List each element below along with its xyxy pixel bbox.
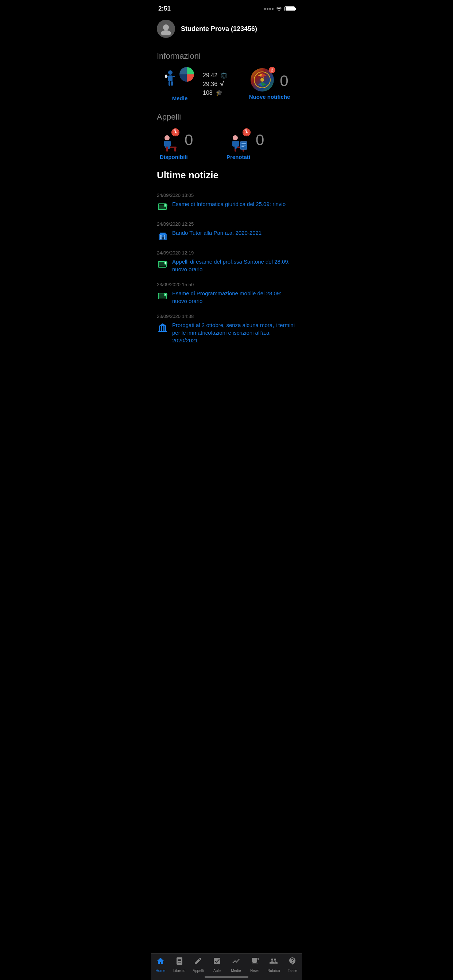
svg-rect-8: [171, 81, 173, 86]
notifiche-count: 0: [280, 72, 288, 90]
list-item[interactable]: 23/09/2020 15:50 Esame di Programmazione…: [157, 277, 296, 309]
avatar-icon: [160, 22, 172, 35]
svg-rect-51: [164, 235, 165, 237]
news-timestamp: 23/09/2020 15:50: [157, 282, 296, 287]
info-grid: Medie 29.42 ⚖️ 29.36 √ 108 🎓: [157, 67, 296, 101]
header-title: Studente Prova (123456): [181, 25, 257, 33]
list-item[interactable]: 24/09/2020 12:25 Bando Tutor: [157, 217, 296, 246]
news-icon-svg-3: [158, 259, 168, 269]
news-section: Ultime notizie 24/09/2020 13:05: [151, 164, 302, 348]
appelli-disponibili-widget[interactable]: 0 Disponibili: [160, 127, 226, 160]
news-title: Ultime notizie: [157, 170, 296, 181]
clock-badge-2: [242, 127, 251, 137]
clock-icon-2: [242, 128, 250, 136]
notifiche-widget[interactable]: 2: [246, 68, 293, 100]
svg-rect-69: [158, 331, 167, 332]
svg-rect-36: [241, 146, 244, 147]
battery-icon: [284, 6, 295, 11]
graduation-icon: 🎓: [215, 89, 223, 96]
medie-widget[interactable]: Medie: [160, 67, 200, 101]
news-timestamp: 24/09/2020 13:05: [157, 192, 296, 198]
appelli-disponibili-row: 0: [160, 127, 193, 153]
header: Studente Prova (123456): [151, 16, 302, 44]
svg-rect-52: [160, 237, 161, 239]
svg-rect-21: [168, 145, 170, 149]
medie-icon: [165, 67, 195, 93]
bank-icon: [157, 322, 169, 334]
prenotati-label: Prenotati: [226, 154, 250, 160]
informazioni-title: Informazioni: [157, 51, 296, 61]
news-content-row: Appelli di esame del prof.ssa Santone de…: [157, 258, 296, 273]
svg-point-18: [164, 135, 170, 140]
svg-rect-53: [164, 237, 165, 239]
signal-icon: [264, 8, 274, 10]
medie-stats: 29.42 ⚖️ 29.36 √ 108 🎓: [200, 72, 246, 96]
svg-rect-66: [161, 326, 162, 331]
list-item[interactable]: 24/09/2020 12:19 Appelli di esame del pr…: [157, 246, 296, 277]
clock-badge: [171, 127, 180, 137]
appelli-title: Appelli: [157, 112, 296, 122]
appelli-prenotati-widget[interactable]: 0 Prenotati: [226, 127, 293, 160]
balance-icon: ⚖️: [220, 72, 228, 79]
avatar: [157, 20, 175, 38]
person-screen-icon-3: [157, 290, 169, 302]
person-screen-icon: [157, 201, 169, 213]
medie-label: Medie: [172, 95, 188, 101]
clock-icon: [171, 128, 179, 136]
svg-rect-20: [165, 145, 166, 148]
news-text: Bando Tutor alla Pari a.a. 2020-2021: [172, 229, 296, 237]
stat-value-simple: 29.36: [203, 81, 217, 88]
prenotati-count: 0: [256, 131, 264, 149]
news-content-row: Bando Tutor alla Pari a.a. 2020-2021: [157, 229, 296, 241]
disponibili-label: Disponibili: [160, 154, 188, 160]
news-text: Appelli di esame del prof.ssa Santone de…: [172, 258, 296, 273]
news-content-row: Prorogati al 2 ottobre, senza alcuna mor…: [157, 321, 296, 344]
svg-point-26: [174, 129, 176, 131]
stat-value-cfu: 108: [203, 90, 213, 96]
svg-rect-3: [168, 75, 172, 81]
status-icons: [264, 6, 295, 12]
list-item[interactable]: 24/09/2020 13:05 Esame di Informatica gi…: [157, 188, 296, 217]
svg-rect-6: [172, 76, 175, 77]
stat-row-simple: 29.36 √: [203, 80, 246, 88]
svg-rect-34: [241, 143, 246, 144]
status-bar: 2:51: [151, 0, 302, 16]
news-content-row: Esame di Programmazione mobile del 28.09…: [157, 290, 296, 305]
news-icon-svg-2: [158, 231, 168, 240]
notifiche-label: Nuove notifiche: [249, 94, 290, 100]
appelli-section: Appelli: [151, 105, 302, 164]
svg-marker-64: [158, 323, 167, 326]
svg-point-30: [233, 135, 238, 140]
news-timestamp: 24/09/2020 12:19: [157, 250, 296, 256]
svg-rect-35: [241, 145, 246, 145]
svg-rect-5: [165, 75, 167, 78]
news-content-row: Esame di Informatica giuridica del 25.09…: [157, 200, 296, 213]
list-item[interactable]: 23/09/2020 14:38 Prorogati a: [157, 309, 296, 348]
disponibili-icon: [160, 127, 180, 153]
svg-rect-65: [159, 326, 160, 331]
notifiche-badge: 2: [269, 67, 275, 73]
disponibili-count: 0: [185, 131, 193, 149]
sqrt-icon: √: [220, 80, 224, 88]
svg-point-14: [260, 78, 264, 82]
medie-person-icon: [165, 70, 180, 93]
svg-rect-68: [165, 326, 166, 331]
prenotati-icon: [226, 127, 251, 153]
svg-point-2: [168, 70, 172, 75]
appelli-prenotati-row: 0: [226, 127, 264, 153]
news-icon-svg-4: [158, 291, 168, 301]
stat-value-weighted: 29.42: [203, 72, 217, 79]
svg-rect-7: [169, 81, 170, 86]
news-icon-svg-5: [158, 323, 168, 333]
status-time: 2:51: [158, 5, 171, 13]
svg-rect-50: [160, 235, 161, 237]
appelli-grid: 0 Disponibili: [157, 127, 296, 160]
svg-rect-67: [163, 326, 164, 331]
stat-row-cfu: 108 🎓: [203, 89, 246, 96]
svg-rect-17: [166, 146, 168, 152]
wifi-icon: [276, 6, 282, 12]
university-logo-svg: [254, 71, 271, 89]
medie-pie-icon: [179, 67, 195, 82]
notifiche-icon-wrap: 2: [250, 68, 274, 92]
news-text: Esame di Informatica giuridica del 25.09…: [172, 200, 296, 208]
